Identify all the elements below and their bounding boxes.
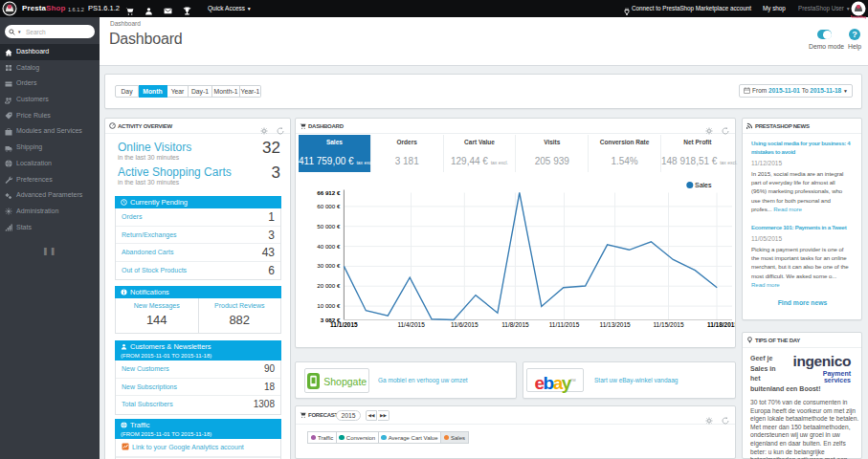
svg-text:11/11/2015: 11/11/2015: [549, 321, 580, 328]
svg-text:11/8/2015: 11/8/2015: [501, 321, 529, 328]
svg-text:60 000 €: 60 000 €: [317, 203, 341, 209]
svg-text:PrestaShop: PrestaShop: [851, 15, 866, 19]
svg-text:11/4/2015: 11/4/2015: [397, 321, 425, 328]
svg-text:40 000 €: 40 000 €: [317, 243, 341, 250]
svg-text:Sales: Sales: [695, 182, 712, 188]
svg-text:50 000 €: 50 000 €: [317, 223, 341, 230]
svg-text:66 912 €: 66 912 €: [317, 189, 341, 196]
svg-text:11/13/2015: 11/13/2015: [600, 321, 631, 328]
svg-text:10 000 €: 10 000 €: [317, 302, 341, 309]
svg-text:11/6/2015: 11/6/2015: [451, 321, 479, 328]
svg-text:11/15/2015: 11/15/2015: [653, 321, 683, 328]
svg-text:30 000 €: 30 000 €: [317, 262, 341, 269]
svg-text:20 000 €: 20 000 €: [317, 282, 341, 289]
svg-text:11/1/2015: 11/1/2015: [330, 321, 358, 328]
svg-text:11/18/2015: 11/18/2015: [707, 321, 735, 328]
